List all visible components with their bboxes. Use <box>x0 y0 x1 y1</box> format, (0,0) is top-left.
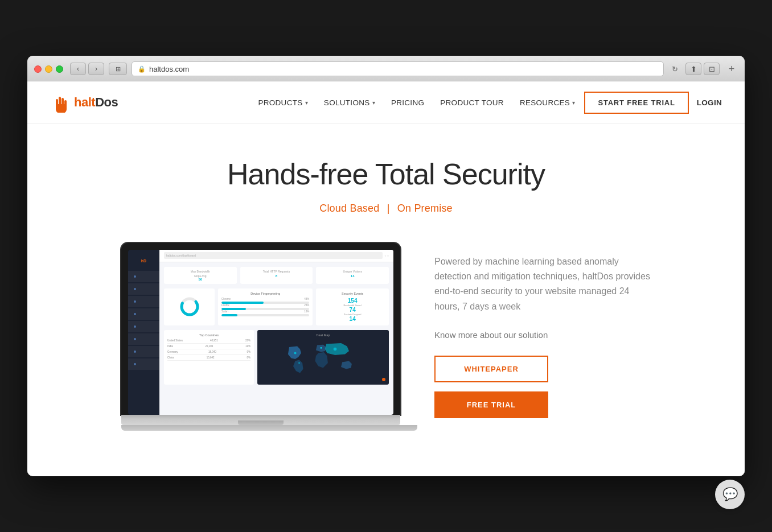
world-map-svg <box>261 339 385 379</box>
site-content: haltDos PRODUCTS▾ SOLUTIONS▾ PRICING PRO… <box>27 81 745 476</box>
logo-halt: halt <box>74 95 95 109</box>
cloud-based-text[interactable]: Cloud Based <box>319 203 379 214</box>
dash-topbar: haltdos.com/dashboard ○ ○ <box>159 250 393 262</box>
logo-text: haltDos <box>74 95 118 110</box>
chat-icon: 💬 <box>722 487 738 502</box>
dash-menu-item <box>128 271 159 282</box>
hero-section: Hands-free Total Security Cloud Based | … <box>27 124 745 476</box>
svg-point-3 <box>321 347 322 349</box>
navbar: haltDos PRODUCTS▾ SOLUTIONS▾ PRICING PRO… <box>27 81 745 124</box>
reload-button[interactable]: ↻ <box>668 63 681 75</box>
share-button[interactable]: ⬆ <box>685 63 701 75</box>
svg-point-5 <box>298 362 300 364</box>
dash-table: Top Countries United States 48,951 23% <box>164 330 254 385</box>
hero-description: Powered by machine learning based anomal… <box>434 254 651 315</box>
nav-product-tour[interactable]: PRODUCT TOUR <box>440 98 504 107</box>
maximize-button[interactable] <box>56 65 63 73</box>
dash-fingerprint: Device Fingerprinting Chrome 48% <box>218 288 313 325</box>
dash-menu-item <box>128 308 159 320</box>
svg-point-4 <box>334 347 337 350</box>
logo[interactable]: haltDos <box>50 92 118 113</box>
sidebar-toggle-button[interactable]: ⊡ <box>704 63 720 75</box>
dash-donut-chart <box>164 288 215 325</box>
dashboard-screen: hD <box>128 250 393 415</box>
laptop-mockup: hD <box>121 243 400 431</box>
dashboard-sidebar: hD <box>128 250 159 415</box>
dash-menu-item <box>128 283 159 295</box>
chevron-down-icon: ▾ <box>305 100 308 106</box>
laptop-foot <box>121 425 417 431</box>
browser-chrome: ‹ › ⊞ 🔒 haltdos.com ↻ ⬆ ⊡ + <box>27 56 745 81</box>
dash-bottom-row: Top Countries United States 48,951 23% <box>164 330 389 385</box>
dashboard: hD <box>128 250 393 415</box>
dash-stats-row: Max Bandwidth Gbps Avg 56 Total HTTP Req… <box>164 267 389 284</box>
browser-actions: ⬆ ⊡ <box>685 63 720 75</box>
start-free-trial-button[interactable]: START FREE TRIAL <box>584 92 688 114</box>
dash-url-bar: haltdos.com/dashboard <box>164 252 383 259</box>
hero-subtitle: Cloud Based | On Premise <box>50 203 722 215</box>
chevron-down-icon: ▾ <box>372 100 375 106</box>
traffic-lights <box>34 65 63 73</box>
dash-menu-item <box>128 358 159 370</box>
hero-title: Hands-free Total Security <box>50 158 722 191</box>
nav-solutions[interactable]: SOLUTIONS▾ <box>324 98 375 107</box>
dash-stat-requests: Total HTTP Requests 8 <box>240 267 313 284</box>
address-bar[interactable]: 🔒 haltdos.com <box>132 61 664 76</box>
minimize-button[interactable] <box>45 65 52 73</box>
laptop: hD <box>121 243 400 431</box>
login-button[interactable]: LOGIN <box>697 98 722 107</box>
close-button[interactable] <box>34 65 42 73</box>
hero-right-content: Powered by machine learning based anomal… <box>434 243 651 419</box>
donut-svg <box>178 295 201 318</box>
dash-menu-item <box>128 346 159 357</box>
laptop-notch <box>238 420 284 425</box>
nav-resources[interactable]: RESOURCES▾ <box>520 98 576 107</box>
dash-security-events: Security Events 154 Bandwidth Saved 74 P… <box>316 288 389 325</box>
dashboard-main: haltdos.com/dashboard ○ ○ Max Bandwidth <box>159 250 393 415</box>
nav-buttons: ‹ › <box>70 63 104 75</box>
free-trial-button[interactable]: FREE TRIAL <box>434 391 548 418</box>
nav-links: PRODUCTS▾ SOLUTIONS▾ PRICING PRODUCT TOU… <box>258 98 575 107</box>
add-tab-button[interactable]: + <box>725 63 738 75</box>
dash-stat-visitors: Unique Visitors 14 <box>316 267 389 284</box>
browser-window: ‹ › ⊞ 🔒 haltdos.com ↻ ⬆ ⊡ + haltDos <box>27 56 745 476</box>
dash-menu-item <box>128 296 159 307</box>
on-premise-text[interactable]: On Premise <box>397 203 453 214</box>
know-more-text: Know more about our solution <box>434 330 651 340</box>
whitepaper-button[interactable]: WHITEPAPER <box>434 356 548 382</box>
chevron-down-icon: ▾ <box>572 100 575 106</box>
dash-heatmap: Heat Map <box>257 330 389 385</box>
dash-charts-row: Device Fingerprinting Chrome 48% <box>164 288 389 325</box>
laptop-screen: hD <box>121 243 400 415</box>
dash-body: Max Bandwidth Gbps Avg 56 Total HTTP Req… <box>159 262 393 389</box>
nav-products[interactable]: PRODUCTS▾ <box>258 98 307 107</box>
logo-hand-icon <box>50 92 71 113</box>
laptop-base <box>121 415 400 425</box>
chat-widget[interactable]: 💬 <box>715 480 745 509</box>
logo-dos: Dos <box>95 95 118 109</box>
dash-menu-item <box>128 333 159 345</box>
svg-point-2 <box>294 352 296 354</box>
dash-menu-item <box>128 321 159 332</box>
nav-pricing[interactable]: PRICING <box>391 98 424 107</box>
url-text: haltdos.com <box>149 65 189 73</box>
subtitle-separator: | <box>387 203 393 214</box>
lock-icon: 🔒 <box>138 65 146 73</box>
dash-logo: hD <box>128 255 159 266</box>
back-button[interactable]: ‹ <box>70 63 86 75</box>
forward-button[interactable]: › <box>88 63 104 75</box>
view-button[interactable]: ⊞ <box>109 63 127 75</box>
hero-content: hD <box>73 243 699 431</box>
dash-stat-bandwidth: Max Bandwidth Gbps Avg 56 <box>164 267 237 284</box>
